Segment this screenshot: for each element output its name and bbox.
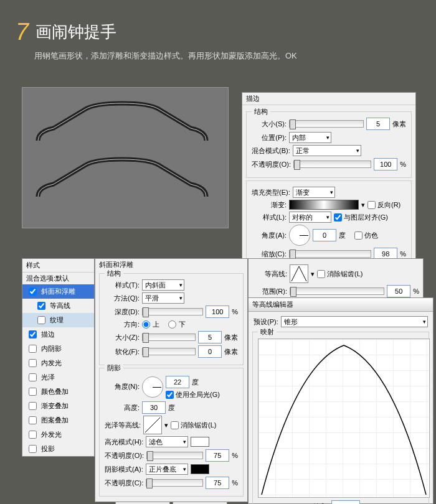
- pos-dropdown[interactable]: 内部: [289, 132, 331, 143]
- opac-label: 不透明度(O):: [252, 160, 291, 169]
- bevel-item[interactable]: 斜面和浮雕: [22, 284, 94, 299]
- styles-header: 样式: [22, 259, 94, 273]
- bstyle-label: 样式(T):: [105, 281, 140, 290]
- hi-opac-input[interactable]: [206, 449, 229, 462]
- texture-item[interactable]: 纹理: [22, 313, 94, 327]
- contour-anti-check[interactable]: 消除锯齿(L): [317, 269, 363, 279]
- gloss-contour[interactable]: [143, 416, 162, 434]
- preset-label: 预设(P):: [254, 317, 278, 327]
- fill-dropdown[interactable]: 渐变: [293, 187, 335, 198]
- size-label: 大小(S):: [252, 119, 287, 129]
- opac-slider[interactable]: [293, 161, 371, 168]
- editor-title: 等高线编辑器: [249, 298, 433, 312]
- struct-legend: 结构: [252, 107, 270, 116]
- soft-slider[interactable]: [142, 348, 196, 355]
- bstyle-dropdown[interactable]: 内斜面: [142, 279, 184, 291]
- blend-options-item[interactable]: 混合选项:默认: [22, 273, 94, 284]
- pattern-overlay-item[interactable]: 图案叠加: [22, 413, 94, 427]
- soft-label: 软化(F):: [105, 347, 140, 357]
- bangle-label: 角度(N):: [105, 382, 140, 391]
- hi-label: 高光模式(H):: [105, 437, 143, 447]
- angle-label: 角度(A):: [252, 231, 287, 240]
- set-default-button[interactable]: 设置为默认值: [115, 502, 170, 504]
- reset-default-button[interactable]: 复位为默认值: [173, 502, 227, 504]
- styles-list: 样式 混合选项:默认 斜面和浮雕 等高线 纹理 描边 内阴影 内发光 光泽 颜色…: [22, 258, 95, 457]
- sh-opac-slider[interactable]: [146, 479, 203, 487]
- preset-dropdown[interactable]: 锥形: [281, 316, 428, 327]
- bangle-input[interactable]: [166, 376, 189, 388]
- gloss-label: 光泽等高线:: [105, 421, 141, 430]
- alt-input[interactable]: [142, 401, 166, 414]
- drop-shadow-item[interactable]: 投影: [22, 442, 94, 456]
- curve-input[interactable]: [331, 500, 360, 504]
- gloss-arrow-icon[interactable]: ▾: [164, 421, 168, 429]
- step-number: 7: [16, 19, 29, 45]
- contour-editor: 等高线编辑器 预设(P):锥形 映射 输入:%: [248, 297, 434, 504]
- sh-color-swatch[interactable]: [191, 464, 209, 474]
- angle-dial[interactable]: [289, 225, 310, 246]
- gloss-anti-check[interactable]: 消除锯齿(L): [171, 421, 216, 430]
- color-overlay-item[interactable]: 颜色叠加: [22, 385, 94, 399]
- input-label: 输入:: [313, 502, 329, 505]
- reverse-check[interactable]: 反向(R): [367, 200, 400, 210]
- contour-arrow-icon[interactable]: ▾: [311, 270, 315, 278]
- range-input[interactable]: [387, 285, 410, 297]
- range-label: 范围(R):: [252, 287, 287, 296]
- gstyle-label: 样式(L):: [252, 213, 287, 222]
- preview-canvas: [22, 87, 229, 228]
- opac-input[interactable]: [374, 158, 397, 170]
- blend-dropdown[interactable]: 正常: [293, 145, 361, 156]
- inner-glow-item[interactable]: 内发光: [22, 356, 94, 370]
- contour-thumb[interactable]: [290, 264, 308, 283]
- dir-label: 方向:: [105, 320, 140, 329]
- gstyle-dropdown[interactable]: 对称的: [289, 212, 331, 223]
- tech-label: 方法(Q):: [105, 294, 140, 303]
- stroke-title: 描边: [242, 93, 415, 105]
- map-legend: 映射: [258, 327, 277, 337]
- outer-glow-item[interactable]: 外发光: [22, 427, 94, 442]
- sh-dropdown[interactable]: 正片叠底: [146, 464, 188, 475]
- hi-color-swatch[interactable]: [191, 437, 209, 447]
- align-check[interactable]: 与图层对齐(G): [334, 213, 388, 222]
- global-check[interactable]: 使用全局光(G): [166, 390, 220, 399]
- alt-label: 高度:: [105, 403, 140, 413]
- size-input[interactable]: [366, 118, 390, 130]
- contour-label: 等高线:: [252, 269, 287, 279]
- grad-overlay-item[interactable]: 渐变叠加: [22, 399, 94, 413]
- deg: 度: [339, 231, 346, 240]
- soft-input[interactable]: [198, 345, 222, 358]
- depth-input[interactable]: [206, 306, 229, 318]
- bevel-struct: 结构: [105, 269, 123, 278]
- range-slider[interactable]: [290, 287, 384, 295]
- bsize-input[interactable]: [198, 331, 222, 343]
- dir-down-radio[interactable]: [168, 320, 176, 329]
- bsize-label: 大小(Z):: [105, 333, 140, 342]
- dir-up-radio[interactable]: [142, 320, 150, 329]
- contour-item[interactable]: 等高线: [22, 299, 94, 313]
- size-slider[interactable]: [289, 120, 364, 128]
- pct2: %: [400, 250, 406, 258]
- hi-opac-slider[interactable]: [146, 452, 203, 459]
- bsize-slider[interactable]: [142, 334, 196, 341]
- gradient-bar[interactable]: [289, 200, 359, 210]
- hi-dropdown[interactable]: 滤色: [146, 436, 188, 447]
- dither-check[interactable]: 仿色: [354, 231, 378, 240]
- curve-canvas[interactable]: [258, 338, 430, 498]
- satin-item[interactable]: 光泽: [22, 370, 94, 385]
- shade-legend: 阴影: [105, 363, 123, 373]
- pos-label: 位置(P):: [252, 133, 287, 142]
- hi-opac-label: 不透明度(O):: [105, 451, 144, 460]
- inner-shadow-item[interactable]: 内阴影: [22, 342, 94, 356]
- sh-opac-label: 不透明度(C):: [105, 478, 143, 488]
- bevel-angle-dial[interactable]: [142, 376, 163, 398]
- angle-input[interactable]: [313, 229, 336, 241]
- grad-arrow-icon[interactable]: ▾: [361, 201, 365, 209]
- scale-slider[interactable]: [289, 250, 371, 258]
- grad-label: 渐变:: [252, 200, 287, 210]
- step-title: 画闹钟提手: [36, 21, 116, 43]
- stroke-panel: 描边 结构 大小(S):像素 位置(P):内部 混合模式(B):正常 不透明度(…: [242, 92, 416, 271]
- sh-opac-input[interactable]: [206, 477, 229, 489]
- depth-slider[interactable]: [142, 308, 203, 315]
- tech-dropdown[interactable]: 平滑: [142, 292, 184, 304]
- stroke-item[interactable]: 描边: [22, 327, 94, 342]
